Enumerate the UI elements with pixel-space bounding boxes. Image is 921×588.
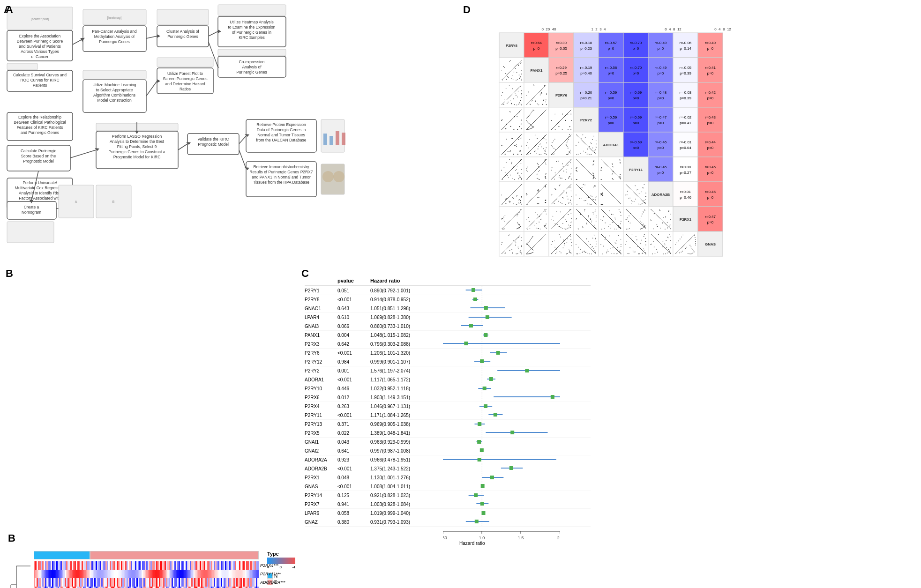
forest-pvalue-16: 0.022 [337,431,370,436]
forest-gene-20: ADORA2B [305,466,337,471]
svg-text:and PANX1 in Normal and Tumor: and PANX1 in Normal and Tumor [252,175,311,179]
forest-pvalue-21: 0.048 [337,475,370,480]
dendrogram-left [7,561,33,588]
svg-text:Patients: Patients [33,83,47,88]
forest-svg-2 [443,304,560,312]
heatmap-row-0 [34,561,259,570]
panel-c: C pvalue Hazard ratio P2RY10.0510.890(0.… [300,266,593,585]
forest-svg-21 [443,473,560,482]
forest-hr-text-13: 1.046(0.967-1.131) [370,404,443,409]
forest-gene-12: P2RX6 [305,395,337,400]
svg-text:Explore the Association: Explore the Association [19,34,61,38]
corr-matrix-container [476,9,916,262]
svg-text:[heatmap]: [heatmap] [107,16,121,20]
forest-hr-text-3: 1.069(0.828-1.380) [370,315,443,320]
forest-plot-10 [443,375,560,384]
forest-row-23: P2RY140.1250.921(0.828-1.023) [305,491,591,500]
svg-rect-123 [473,298,477,301]
forest-gene-3: LPAR4 [305,315,337,320]
forest-plot-17 [443,438,560,447]
forest-hr-text-23: 0.921(0.828-1.023) [370,493,443,498]
svg-rect-156 [551,395,554,399]
forest-hr-text-22: 1.008(1.004-1.011) [370,484,443,489]
svg-text:Calculate Purinergic: Calculate Purinergic [21,149,57,153]
forest-hr-text-20: 1.375(1.243-1.522) [370,466,443,471]
forest-plot-20 [443,464,560,473]
svg-text:1.0: 1.0 [479,536,485,540]
svg-text:and Purinergic Genes: and Purinergic Genes [21,130,59,135]
forest-hr-text-16: 1.389(1.048-1.841) [370,431,443,436]
svg-rect-132 [469,324,473,327]
svg-rect-144 [480,359,484,363]
forest-hr-text-5: 1.048(1.015-1.082) [370,333,443,338]
forest-pvalue-11: 0.446 [337,386,370,391]
svg-text:of Cancer: of Cancer [31,54,49,59]
forest-hr-text-21: 1.130(1.001-1.276) [370,475,443,480]
svg-line-114 [239,150,246,169]
svg-rect-141 [496,351,500,355]
svg-rect-33 [157,9,209,25]
forest-svg-14 [443,410,560,419]
forest-pvalue-3: 0.610 [337,315,370,320]
forest-hr-text-24: 1.003(0.928-1.084) [370,502,443,507]
svg-line-110 [178,144,187,150]
heatmap-b-container: Type 4 0 -4 N T [5,547,298,588]
forest-row-4: GNAI30.0660.860(0.733-1.010) [305,322,591,331]
forest-row-18: GNAI20.6410.997(0.987-1.008) [305,447,591,455]
svg-text:and Survival of Patients: and Survival of Patients [19,44,60,49]
svg-rect-79 [336,131,339,145]
forest-row-1: P2RY8<0.0010.914(0.878-0.952) [305,295,591,304]
svg-text:Model Construction: Model Construction [97,98,132,103]
forest-plot-13 [443,402,560,411]
forest-row-22: GNAS<0.0011.008(1.004-1.011) [305,482,591,491]
forest-gene-9: P2RY2 [305,368,337,373]
forest-row-8: P2RY120.9840.999(0.901-1.107) [305,357,591,366]
forest-plot-7 [443,349,560,358]
forest-row-2: GNAO10.6431.051(0.851-1.298) [305,304,591,313]
forest-gene-26: GNAZ [305,520,337,525]
forest-hr-text-25: 1.019(0.999-1.040) [370,511,443,516]
svg-rect-168 [510,431,514,434]
svg-rect-39 [218,5,286,15]
svg-rect-192 [480,502,484,506]
forest-svg-3 [443,313,560,321]
svg-line-97 [73,39,83,45]
forest-gene-24: P2RX7 [305,502,337,507]
forest-pvalue-19: 0.923 [337,457,370,462]
forest-plot-16 [443,428,560,438]
forest-row-7: P2RY6<0.0011.206(1.101-1.320) [305,349,591,357]
forest-svg-8 [443,357,560,365]
forest-plot-5 [443,331,560,340]
forest-pvalue-23: 0.125 [337,493,370,498]
svg-rect-186 [481,484,485,488]
forest-svg-1 [443,295,560,304]
svg-rect-162 [494,413,497,417]
svg-rect-180 [509,466,513,470]
svg-text:Across Various Types: Across Various Types [21,49,59,54]
forest-svg-6 [443,339,560,348]
forest-gene-6: P2RX3 [305,342,337,347]
gene-label-0: P2RX4*** [260,561,298,570]
forest-row-20: ADORA2B<0.0011.375(1.243-1.522) [305,464,591,473]
forest-pvalue-20: <0.001 [337,466,370,471]
forest-svg-5 [443,331,560,339]
svg-rect-189 [474,493,478,497]
forest-svg-15 [443,420,560,428]
forest-gene-25: LPAR6 [305,511,337,516]
forest-gene-4: GNAI3 [305,324,337,329]
forest-hr-text-6: 0.796(0.303-2.088) [370,342,443,347]
forest-pvalue-22: <0.001 [337,484,370,489]
svg-line-98 [146,36,157,38]
forest-svg-13 [443,402,560,410]
svg-rect-195 [482,511,486,515]
svg-text:Purinergic Genes to Construct : Purinergic Genes to Construct a [109,149,165,154]
forest-row-0: P2RY10.0510.890(0.792-1.001) [305,286,591,295]
forest-header: pvalue Hazard ratio [305,278,591,285]
svg-text:Analysis to Determine the Best: Analysis to Determine the Best [110,139,165,144]
svg-text:Factors Associated with: Factors Associated with [19,196,61,201]
svg-text:Methylation Analysis of: Methylation Analysis of [94,34,135,39]
forest-table: pvalue Hazard ratio P2RY10.0510.890(0.79… [305,278,591,546]
svg-line-104 [146,81,157,96]
svg-text:Ratios: Ratios [180,87,191,91]
legend-title: Type [267,551,295,557]
